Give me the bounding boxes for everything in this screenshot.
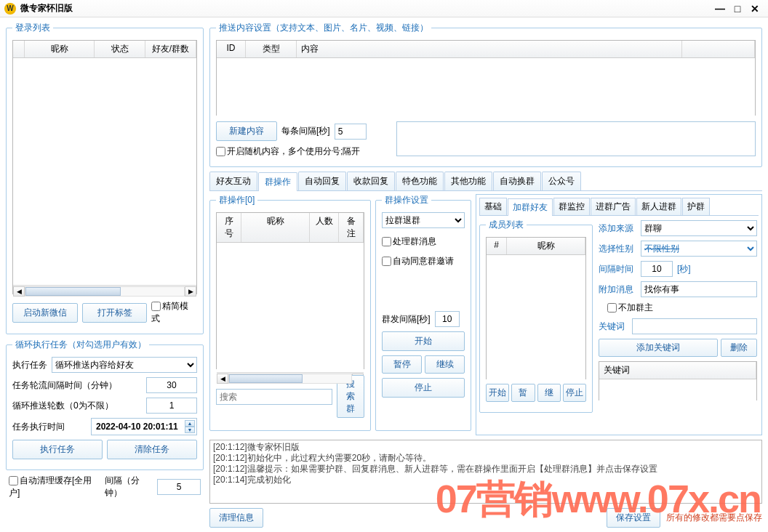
log-line: [20:1:12]初始化中，此过程大约需要20秒，请耐心等待。 — [213, 453, 759, 464]
group-resume-button[interactable]: 继续 — [425, 355, 465, 374]
lite-mode-checkbox[interactable]: 精简模式 — [151, 300, 197, 325]
exec-task-select[interactable]: 循环推送内容给好友 — [52, 357, 197, 373]
col-check — [13, 41, 25, 57]
source-label: 添加来源 — [599, 222, 636, 235]
log-area[interactable]: [20:1:12]微专家怀旧版[20:1:12]初始化中，此过程大约需要20秒，… — [209, 440, 762, 504]
col-mnick: 昵称 — [507, 238, 585, 254]
exec-time-input[interactable]: ▲▼ — [91, 418, 197, 435]
process-msg-checkbox[interactable]: 处理群消息 — [382, 236, 436, 246]
col-count: 人数 — [310, 213, 339, 242]
sub-tab-0[interactable]: 基础 — [479, 198, 507, 215]
add-keyword-button[interactable]: 添加关键词 — [599, 339, 718, 357]
auto-clean-interval-input[interactable] — [157, 479, 201, 495]
push-legend: 推送内容设置（支持文本、图片、名片、视频、链接） — [216, 22, 431, 34]
members-stop-button[interactable]: 停止 — [563, 384, 586, 402]
group-table-hscroll[interactable]: ◀▶ — [217, 372, 364, 384]
log-line: [20:1:14]完成初始化 — [213, 475, 759, 485]
col-kw: 关键词 — [599, 362, 756, 379]
members-start-button[interactable]: 开始 — [486, 384, 509, 402]
members-legend: 成员列表 — [486, 219, 527, 231]
gender-select[interactable]: 不限性别 — [641, 241, 757, 257]
sub-tab-2[interactable]: 群监控 — [553, 198, 590, 215]
sub-tab-5[interactable]: 护群 — [682, 198, 710, 215]
main-tab-1[interactable]: 群操作 — [258, 172, 297, 191]
members-resume-button[interactable]: 继 — [537, 384, 561, 402]
group-action-select[interactable]: 拉群退群 — [382, 212, 465, 228]
log-line: [20:1:12]温馨提示：如果需要护群、回复群消息、新人进群等，需在群操作里面… — [213, 464, 759, 475]
clear-info-button[interactable]: 清理信息 — [209, 508, 263, 528]
login-list-legend: 登录列表 — [12, 22, 53, 34]
add-msg-input[interactable] — [641, 281, 757, 297]
group-search-input[interactable] — [216, 389, 332, 405]
source-select[interactable]: 群聊 — [641, 220, 757, 236]
main-tab-0[interactable]: 好友互动 — [209, 172, 257, 190]
col-gnick: 昵称 — [241, 213, 310, 242]
add-msg-label: 附加消息 — [599, 283, 636, 296]
push-text-area[interactable] — [396, 121, 756, 156]
auto-clean-checkbox[interactable]: 自动清理缓存[全用户] — [9, 475, 95, 499]
auto-clean-interval-label: 间隔（分钟） — [105, 475, 153, 499]
run-task-button[interactable]: 执行任务 — [12, 440, 103, 459]
sub-tabs: 基础加群好友群监控进群广告新人进群护群 — [479, 198, 759, 216]
save-settings-button[interactable]: 保存设置 — [607, 508, 660, 528]
group-ops-group: 群操作[0] 序号 昵称 人数 备注 ◀▶ 搜索群 — [209, 194, 371, 431]
del-keyword-button[interactable]: 删除 — [721, 339, 757, 357]
rounds-input[interactable] — [146, 398, 197, 414]
minimize-button[interactable]: — — [711, 3, 729, 15]
main-tab-5[interactable]: 其他功能 — [444, 172, 492, 190]
add-interval-label: 间隔时间 — [599, 263, 636, 275]
main-tab-3[interactable]: 收款回复 — [347, 172, 395, 190]
sub-tab-1[interactable]: 加群好友 — [508, 198, 553, 216]
add-interval-input[interactable] — [641, 261, 673, 277]
push-interval-label: 每条间隔[秒] — [281, 125, 330, 137]
main-tab-2[interactable]: 自动回复 — [298, 172, 346, 190]
col-idx: # — [487, 238, 507, 254]
new-content-button[interactable]: 新建内容 — [216, 121, 277, 141]
send-interval-input[interactable] — [435, 311, 460, 327]
maximize-button[interactable]: □ — [729, 3, 746, 15]
col-type: 类型 — [246, 41, 297, 57]
skip-owner-checkbox[interactable]: 不加群主 — [607, 302, 653, 313]
members-pause-button[interactable]: 暂 — [511, 384, 535, 402]
col-status: 状态 — [95, 41, 145, 57]
sub-tab-3[interactable]: 进群广告 — [591, 198, 636, 215]
login-table[interactable]: 昵称 状态 好友/群数 ◀▶ — [12, 40, 197, 294]
group-settings-legend: 群操作设置 — [382, 194, 431, 206]
main-tabs: 好友互动群操作自动回复收款回复特色功能其他功能自动换群公众号 — [209, 172, 762, 191]
keyword-input[interactable] — [632, 318, 757, 334]
close-button[interactable]: ✕ — [746, 3, 764, 15]
group-stop-button[interactable]: 停止 — [382, 378, 465, 398]
group-start-button[interactable]: 开始 — [382, 331, 465, 351]
push-content-group: 推送内容设置（支持文本、图片、名片、视频、链接） ID 类型 内容 新建内容 每… — [209, 22, 762, 167]
keyword-label: 关键词 — [599, 321, 628, 333]
main-tab-4[interactable]: 特色功能 — [396, 172, 444, 190]
datetime-spinner-icon[interactable]: ▲▼ — [185, 420, 195, 433]
loop-task-group: 循环执行任务（对勾选用户有效） 执行任务 循环推送内容给好友 任务轮流间隔时间（… — [6, 339, 204, 470]
main-tab-6[interactable]: 自动换群 — [493, 172, 541, 190]
interval-input[interactable] — [146, 377, 197, 393]
interval-label: 任务轮流间隔时间（分钟） — [12, 379, 142, 392]
group-pause-button[interactable]: 暂停 — [382, 355, 422, 374]
members-table[interactable]: # 昵称 — [486, 237, 586, 379]
sub-tab-4[interactable]: 新人进群 — [636, 198, 681, 215]
main-tab-7[interactable]: 公众号 — [542, 172, 581, 190]
push-interval-input[interactable] — [335, 124, 367, 140]
random-content-checkbox[interactable]: 开启随机内容，多个使用分号;隔开 — [216, 146, 360, 156]
start-wechat-button[interactable]: 启动新微信 — [12, 303, 78, 323]
clear-task-button[interactable]: 清除任务 — [107, 440, 197, 459]
exec-time-label: 任务执行时间 — [12, 421, 87, 433]
members-group: 成员列表 # 昵称 开始 暂 继 停止 — [479, 219, 593, 413]
interval-unit: [秒] — [677, 263, 691, 275]
keyword-table[interactable]: 关键词 — [599, 361, 757, 400]
auto-accept-checkbox[interactable]: 自动同意群邀请 — [382, 256, 454, 266]
open-tags-button[interactable]: 打开标签 — [82, 303, 148, 323]
save-hint: 所有的修改都需要点保存 — [666, 512, 762, 524]
log-line: [20:1:12]微专家怀旧版 — [213, 442, 759, 453]
push-table[interactable]: ID 类型 内容 — [216, 40, 756, 116]
login-table-hscroll[interactable]: ◀▶ — [13, 285, 196, 297]
group-ops-table[interactable]: 序号 昵称 人数 备注 ◀▶ — [216, 212, 364, 369]
gender-label: 选择性别 — [599, 243, 636, 255]
rounds-label: 循环推送轮数（0为不限） — [12, 400, 142, 412]
col-nick: 昵称 — [25, 41, 95, 57]
col-remark: 备注 — [339, 213, 364, 242]
